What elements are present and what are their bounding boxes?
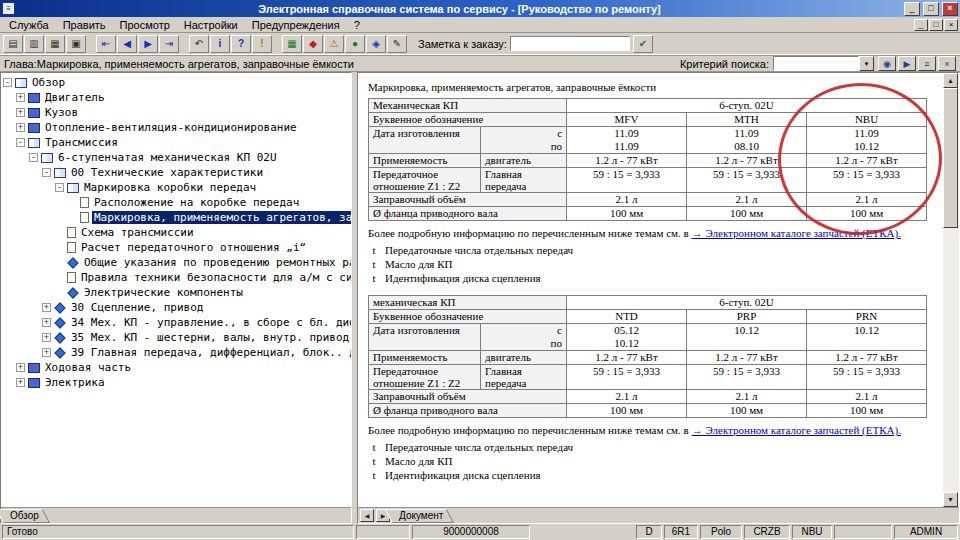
note-input[interactable]	[510, 36, 630, 51]
tree-item[interactable]: Электрические компоненты	[1, 285, 351, 300]
tree-expander-icon[interactable]	[42, 303, 51, 312]
tree-item[interactable]: Маркировка, применяемость агрегатов, зап…	[1, 210, 351, 225]
tree-item[interactable]: 39 Главная передача, дифференциал, блок.…	[1, 345, 351, 360]
tree-item[interactable]: Трансмиссия	[1, 135, 351, 150]
tree-expander-icon[interactable]	[55, 183, 64, 192]
scrollbar-track[interactable]	[943, 88, 959, 492]
menu-item[interactable]: Настройки	[177, 18, 245, 32]
menu-item[interactable]: Служба	[2, 18, 56, 32]
tree-expander-icon[interactable]	[16, 123, 25, 132]
topic-link-row[interactable]: t Передаточные числа отдельных передач	[368, 440, 933, 454]
topic-link[interactable]: Передаточные числа отдельных передач	[385, 244, 573, 256]
mdi-restore-button[interactable]: □	[929, 19, 943, 31]
tree-item[interactable]: Кузов	[1, 105, 351, 120]
chevron-down-icon[interactable]: ▼	[859, 56, 874, 71]
tree-item[interactable]: Маркировка коробки передач	[1, 180, 351, 195]
tree-expander-icon[interactable]	[42, 168, 51, 177]
edit-note-button[interactable]: ✎	[387, 35, 407, 53]
topic-link[interactable]: Идентификация диска сцепления	[385, 272, 541, 284]
topic-link-row[interactable]: t Масло для КП	[368, 454, 933, 468]
parts-catalogue-button[interactable]: ◈	[366, 35, 386, 53]
topic-link[interactable]: Масло для КП	[385, 258, 452, 270]
menu-item[interactable]: ?	[347, 18, 367, 32]
tree-expander-icon[interactable]	[42, 348, 51, 357]
hint-button[interactable]: !	[252, 35, 272, 53]
tree-item[interactable]: Расчет передаточного отношения „i“	[1, 240, 351, 255]
tree-item[interactable]: Электрика	[1, 375, 351, 390]
first-document-button[interactable]: ⇤	[96, 35, 116, 53]
tree-expander-icon[interactable]	[3, 78, 12, 87]
tree-item[interactable]: 6-ступенчатая механическая КП 02U	[1, 150, 351, 165]
tree-item[interactable]: Схема трансмиссии	[1, 225, 351, 240]
confirm-note-button[interactable]: ✔	[633, 35, 653, 53]
date-sublabels: с по	[481, 324, 567, 351]
tree-expander-icon[interactable]	[42, 333, 51, 342]
maximize-button[interactable]: □	[923, 2, 939, 16]
copy-button[interactable]: ▣	[66, 35, 86, 53]
tab-document[interactable]: Документ	[392, 509, 461, 523]
close-button[interactable]: ×	[942, 2, 958, 16]
arrow-marker-icon: t	[370, 272, 378, 284]
tree-expander-icon[interactable]	[42, 318, 51, 327]
tree-item[interactable]: Двигатель	[1, 90, 351, 105]
next-document-button[interactable]: ▶	[138, 35, 158, 53]
tree-item[interactable]: 35 Мех. КП - шестерни, валы, внутр. прив…	[1, 330, 351, 345]
menu-item[interactable]: Править	[56, 18, 113, 32]
tree-expander-icon[interactable]	[29, 153, 38, 162]
search-button[interactable]: ◉	[878, 56, 896, 71]
info-button[interactable]: i	[210, 35, 230, 53]
tree-item[interactable]: 00 Технические характеристики	[1, 165, 351, 180]
help-button[interactable]: ?	[231, 35, 251, 53]
tab-overview[interactable]: Обзор	[3, 509, 57, 523]
history-list-button[interactable]: ↶	[189, 35, 209, 53]
topic-link-row[interactable]: t Идентификация диска сцепления	[368, 271, 933, 285]
etka-link[interactable]: → Электронном каталоге запчастей (ЕТКА).	[692, 424, 901, 436]
tree-item[interactable]: Ходовая часть	[1, 360, 351, 375]
search-combobox[interactable]: ▼	[773, 56, 874, 71]
tree-item[interactable]: 30 Сцепление, привод	[1, 300, 351, 315]
search-index-button[interactable]: ≡	[918, 56, 936, 71]
service-schedule-button[interactable]: ●	[345, 35, 365, 53]
vertical-scrollbar[interactable]: ▲ ▼	[943, 73, 959, 507]
tree-item[interactable]: Общие указания по проведению ремонтных р…	[1, 255, 351, 270]
save-button[interactable]: ▦	[45, 35, 65, 53]
mdi-minimize-button[interactable]: _	[914, 19, 928, 31]
topic-link[interactable]: Масло для КП	[385, 455, 452, 467]
search-close-button[interactable]: ×	[938, 56, 956, 71]
topic-link-row[interactable]: t Передаточные числа отдельных передач	[368, 243, 933, 257]
print-preview-button[interactable]: ▥	[24, 35, 44, 53]
tree-item[interactable]: Расположение на коробке передач	[1, 195, 351, 210]
technical-bulletins-button[interactable]: ⚠	[324, 35, 344, 53]
tree-expander-icon[interactable]	[16, 93, 25, 102]
tree-expander-icon[interactable]	[16, 138, 25, 147]
topic-link-row[interactable]: t Идентификация диска сцепления	[368, 468, 933, 482]
tree-expander-icon[interactable]	[16, 108, 25, 117]
print-button[interactable]: ▤	[3, 35, 23, 53]
mdi-close-button[interactable]: ×	[944, 19, 958, 31]
date-value: 11.0908.10	[687, 127, 807, 154]
menu-item[interactable]: Просмотр	[113, 18, 177, 32]
topic-link-row[interactable]: t Масло для КП	[368, 257, 933, 271]
tree-item[interactable]: 34 Мех. КП - управление., в сборе с бл. …	[1, 315, 351, 330]
scroll-down-icon[interactable]: ▼	[943, 492, 958, 507]
tree-expander-icon[interactable]	[16, 378, 25, 387]
last-document-button[interactable]: ⇥	[159, 35, 179, 53]
etka-link[interactable]: → Электронном каталоге запчастей (ЕТКА).	[692, 227, 901, 239]
fill-label: Заправочный объём	[369, 390, 567, 404]
topic-link[interactable]: Идентификация диска сцепления	[385, 469, 541, 481]
tab-scroll-left-icon[interactable]: ◀	[360, 509, 374, 522]
menu-item[interactable]: Предупреждения	[245, 18, 347, 32]
search-next-button[interactable]: ▶	[898, 56, 916, 71]
tree-expander-icon[interactable]	[16, 363, 25, 372]
search-input[interactable]	[773, 56, 859, 71]
topic-link[interactable]: Передаточные числа отдельных передач	[385, 441, 573, 453]
scroll-up-icon[interactable]: ▲	[943, 73, 958, 88]
minimize-button[interactable]: _	[904, 2, 920, 16]
tree-item[interactable]: Отопление-вентиляция-кондиционирование	[1, 120, 351, 135]
tree-item[interactable]: Правила техники безопасности для а/м с с…	[1, 270, 351, 285]
repair-manuals-button[interactable]: ▦	[282, 35, 302, 53]
tree-item[interactable]: Обзор	[1, 75, 351, 90]
previous-document-button[interactable]: ◀	[117, 35, 137, 53]
scrollbar-thumb[interactable]	[943, 88, 958, 228]
wiring-diagrams-button[interactable]: ◆	[303, 35, 323, 53]
